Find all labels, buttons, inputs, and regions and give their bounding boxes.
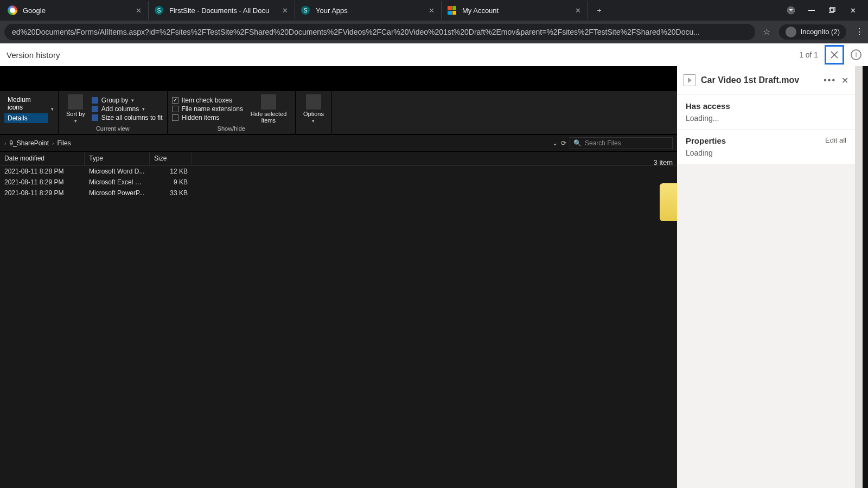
- chevron-down-icon[interactable]: ⌄: [552, 139, 558, 147]
- tab-title: FirstSite - Documents - All Docu: [169, 7, 280, 15]
- content-stage: Medium icons Details ▾ Sort by▾ Group by…: [0, 66, 868, 488]
- search-icon: 🔍: [573, 139, 582, 147]
- hide-selected-button[interactable]: Hide selected items: [246, 94, 291, 124]
- add-columns-button[interactable]: Add columns▾: [92, 105, 163, 113]
- details-pane: Car Video 1st Draft.mov ••• ✕ Has access…: [677, 66, 863, 488]
- addcolumns-icon: [92, 106, 98, 112]
- browser-toolbar: ed%20Documents/Forms/AllItems.aspx?id=%2…: [0, 21, 868, 43]
- close-icon[interactable]: ✕: [427, 6, 436, 15]
- tab-sharepoint-docs[interactable]: S FirstSite - Documents - All Docu ✕: [149, 1, 295, 20]
- file-extensions-toggle[interactable]: File name extensions: [172, 105, 243, 113]
- column-header-size[interactable]: Size: [150, 152, 192, 165]
- close-panel-button[interactable]: [825, 45, 844, 65]
- tab-google[interactable]: Google ✕: [2, 1, 149, 20]
- loading-text: Loading...: [686, 114, 846, 123]
- url-text: ed%20Documents/Forms/AllItems.aspx?id=%2…: [12, 28, 700, 36]
- details-filename: Car Video 1st Draft.mov: [701, 75, 818, 85]
- ribbon-group-caption: Show/hide: [172, 124, 291, 132]
- layout-medium-icons[interactable]: Medium icons: [4, 95, 48, 112]
- checkbox-icon: [172, 114, 178, 121]
- column-header-type[interactable]: Type: [85, 152, 150, 165]
- maximize-icon[interactable]: [827, 5, 838, 16]
- tab-title: My Account: [462, 7, 573, 15]
- hidden-items-toggle[interactable]: Hidden items: [172, 114, 243, 121]
- new-tab-button[interactable]: ＋: [591, 3, 607, 18]
- item-checkboxes-toggle[interactable]: Item check boxes: [172, 97, 243, 104]
- section-heading: Properties: [686, 136, 846, 145]
- options-button[interactable]: Options▾: [300, 94, 327, 124]
- sort-by-button[interactable]: Sort by▾: [63, 94, 88, 124]
- checkbox-icon: [172, 106, 178, 112]
- layout-selector[interactable]: Medium icons Details: [4, 95, 48, 123]
- incognito-indicator[interactable]: Incognito (2): [779, 24, 846, 40]
- window-close-icon[interactable]: ✕: [847, 5, 858, 16]
- details-header: Car Video 1st Draft.mov ••• ✕: [677, 66, 855, 94]
- sharepoint-icon: S: [154, 5, 164, 15]
- video-file-icon: [684, 74, 695, 86]
- chevron-down-icon[interactable]: ▾: [51, 106, 54, 112]
- google-icon: [8, 5, 17, 15]
- close-icon[interactable]: ✕: [841, 75, 848, 86]
- incognito-label: Incognito (2): [801, 28, 840, 36]
- explorer-titlebar: [0, 66, 677, 91]
- close-icon[interactable]: ✕: [573, 6, 582, 15]
- column-header-date[interactable]: Date modified: [0, 152, 85, 165]
- explorer-ribbon: Medium icons Details ▾ Sort by▾ Group by…: [0, 91, 677, 134]
- tab-title: Your Apps: [316, 7, 427, 15]
- more-actions-button[interactable]: •••: [824, 75, 836, 85]
- column-headers: Date modified Type Size: [0, 152, 677, 166]
- search-placeholder: Search Files: [585, 139, 621, 147]
- section-heading: Has access: [686, 101, 846, 111]
- tab-my-account[interactable]: My Account ✕: [442, 1, 588, 20]
- explorer-address-bar[interactable]: › 9_SharePoint › Files ⌄ ⟳ 🔍 Search File…: [0, 134, 677, 152]
- version-history-bar: Version history 1 of 1 i: [0, 43, 868, 66]
- properties-section: Edit all Properties Loading: [677, 130, 855, 164]
- breadcrumb[interactable]: 9_SharePoint: [9, 139, 49, 147]
- file-list: 2021-08-11 8:28 PM Microsoft Word D... 1…: [0, 166, 677, 198]
- browser-tabstrip: Google ✕ S FirstSite - Documents - All D…: [0, 0, 868, 21]
- address-bar[interactable]: ed%20Documents/Forms/AllItems.aspx?id=%2…: [4, 24, 755, 40]
- file-explorer-window: Medium icons Details ▾ Sort by▾ Group by…: [0, 66, 677, 488]
- group-by-button[interactable]: Group by▾: [92, 97, 163, 104]
- edit-all-button[interactable]: Edit all: [825, 136, 846, 144]
- breadcrumb[interactable]: Files: [57, 139, 71, 147]
- ribbon-group-caption: Current view: [63, 124, 163, 132]
- incognito-icon: [786, 27, 796, 37]
- loading-text: Loading: [686, 149, 846, 157]
- sort-icon: [68, 94, 83, 110]
- checkbox-icon: [172, 97, 178, 104]
- kebab-menu-icon[interactable]: ⋮: [855, 27, 864, 37]
- layout-details[interactable]: Details: [4, 113, 48, 123]
- explorer-search-input[interactable]: 🔍 Search Files: [570, 137, 673, 149]
- options-icon: [306, 94, 321, 110]
- sizecolumns-icon: [92, 114, 98, 121]
- table-row[interactable]: 2021-08-11 8:29 PM Microsoft Excel W... …: [0, 177, 677, 188]
- bookmark-icon[interactable]: ☆: [763, 27, 770, 37]
- sharepoint-icon: S: [301, 5, 310, 15]
- info-icon[interactable]: i: [851, 49, 861, 60]
- status-item-count: 3 item: [654, 158, 673, 166]
- minimize-icon[interactable]: [806, 5, 817, 16]
- folder-icon: [660, 183, 677, 221]
- close-icon[interactable]: ✕: [134, 6, 143, 15]
- tab-title: Google: [23, 7, 134, 15]
- page-title: Version history: [7, 50, 60, 60]
- profile-icon[interactable]: [786, 5, 796, 16]
- has-access-section: Has access Loading...: [677, 95, 855, 129]
- size-columns-button[interactable]: Size all columns to fit: [92, 114, 163, 121]
- svg-rect-2: [829, 8, 833, 12]
- refresh-icon[interactable]: ⟳: [561, 139, 566, 147]
- hide-icon: [261, 94, 276, 110]
- table-row[interactable]: 2021-08-11 8:28 PM Microsoft Word D... 1…: [0, 166, 677, 177]
- tab-your-apps[interactable]: S Your Apps ✕: [295, 1, 442, 20]
- item-counter: 1 of 1: [799, 50, 818, 59]
- svg-rect-1: [808, 10, 815, 11]
- svg-rect-3: [831, 7, 835, 11]
- microsoft-icon: [447, 5, 457, 15]
- chevron-right-icon: ›: [4, 140, 6, 146]
- groupby-icon: [92, 97, 98, 104]
- table-row[interactable]: 2021-08-11 8:29 PM Microsoft PowerP... 3…: [0, 188, 677, 198]
- chevron-right-icon: ›: [52, 140, 54, 146]
- close-icon[interactable]: ✕: [280, 6, 289, 15]
